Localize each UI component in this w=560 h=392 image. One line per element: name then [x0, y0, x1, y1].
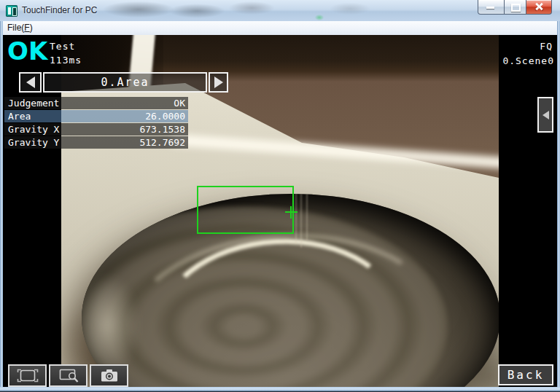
window-border	[0, 21, 3, 387]
roi-rectangle[interactable]	[197, 186, 294, 234]
fit-screen-icon	[16, 367, 39, 384]
result-value: OK	[174, 98, 188, 109]
photo-scratch	[300, 194, 302, 248]
menu-bar: File(F)	[1, 21, 559, 36]
device-label: FQ	[540, 41, 553, 52]
close-icon	[534, 2, 543, 11]
judgement-status: OK	[7, 39, 47, 63]
photo-scratch	[295, 194, 297, 243]
window-controls	[478, 0, 552, 14]
result-value: 26.0000	[145, 111, 188, 122]
prev-item-button[interactable]	[19, 72, 42, 93]
main-view: OK Test 113ms FQ 0.Scene0 0.Area Judgeme…	[3, 35, 557, 387]
close-button[interactable]	[526, 0, 552, 15]
gravity-crosshair-icon	[290, 206, 292, 219]
maximize-icon	[511, 4, 521, 12]
fit-screen-button[interactable]	[8, 364, 47, 387]
processing-time: 113ms	[50, 55, 82, 66]
back-button[interactable]: Back	[498, 364, 553, 385]
app-window: TouchFinder for PC File(F)	[0, 0, 560, 392]
next-item-button[interactable]	[209, 72, 228, 93]
window-border	[0, 387, 560, 392]
result-value: 673.1538	[139, 124, 188, 135]
table-row-selected[interactable]: Area 26.0000	[4, 110, 188, 122]
minimize-icon	[486, 7, 494, 9]
minimize-button[interactable]	[478, 0, 505, 15]
zoom-region-button[interactable]	[49, 364, 88, 387]
item-navigator: 0.Area	[19, 72, 228, 93]
scene-label: 0.Scene0	[502, 55, 554, 66]
app-icon	[6, 5, 18, 17]
window-title: TouchFinder for PC	[22, 5, 97, 15]
arrow-left-icon	[26, 77, 35, 88]
arrow-right-icon	[214, 77, 223, 88]
results-table: Judgement OK Area 26.0000 Gravity X 673.…	[4, 97, 188, 149]
expand-panel-tab[interactable]	[537, 97, 553, 133]
capture-button[interactable]	[90, 364, 128, 387]
result-label: Gravity X	[4, 124, 139, 135]
title-bar[interactable]: TouchFinder for PC	[0, 0, 560, 22]
table-row[interactable]: Judgement OK	[4, 97, 188, 109]
maximize-button[interactable]	[505, 0, 526, 15]
result-label: Area	[4, 111, 145, 122]
result-label: Gravity Y	[4, 137, 139, 148]
collapse-arrow-icon	[542, 111, 549, 119]
window-border	[557, 21, 560, 387]
result-value: 512.7692	[139, 137, 188, 148]
menu-item-file[interactable]: File(F)	[1, 21, 39, 33]
current-item-label[interactable]: 0.Area	[43, 72, 207, 93]
result-label: Judgement	[4, 98, 174, 109]
run-mode-label: Test	[50, 41, 75, 52]
table-row[interactable]: Gravity X 673.1538	[4, 123, 188, 136]
photo-scratch	[306, 194, 308, 240]
table-row[interactable]: Gravity Y 512.7692	[4, 136, 188, 149]
capture-icon	[99, 368, 120, 383]
zoom-region-icon	[57, 367, 80, 384]
